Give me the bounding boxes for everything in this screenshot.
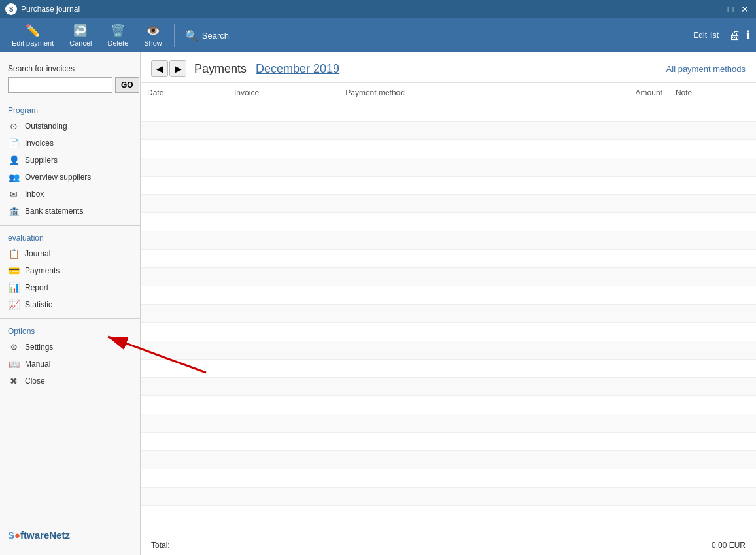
sidebar-item-invoices[interactable]: 📄 Invoices	[0, 135, 140, 152]
payments-header: ◀ ▶ Payments December 2019 All payment m…	[141, 52, 756, 83]
col-date: Date	[141, 83, 228, 103]
sidebar-item-overview-suppliers[interactable]: 👥 Overview suppliers	[0, 169, 140, 186]
outstanding-icon: ⊙	[8, 121, 20, 131]
col-payment-method: Payment method	[339, 83, 551, 103]
statistic-icon: 📈	[8, 299, 20, 310]
suppliers-label: Suppliers	[25, 156, 58, 165]
report-label: Report	[25, 283, 48, 292]
program-section-title: Program	[0, 103, 140, 118]
table-row	[141, 177, 756, 195]
edit-payment-icon: ✏️	[26, 24, 40, 38]
invoices-icon: 📄	[8, 138, 20, 148]
table-row	[141, 286, 756, 305]
sidebar-divider-1	[0, 225, 140, 226]
table-row	[141, 103, 756, 122]
search-input[interactable]	[8, 77, 112, 93]
overview-suppliers-icon: 👥	[8, 172, 20, 182]
brand: S●ftwareNetz	[0, 522, 140, 548]
delete-button[interactable]: 🗑️ Delete	[101, 21, 135, 50]
table-row	[141, 195, 756, 213]
go-button[interactable]: GO	[115, 77, 139, 93]
invoices-label: Invoices	[25, 139, 54, 148]
sidebar-divider-2	[0, 318, 140, 319]
main-layout: Search for invoices GO Program ⊙ Outstan…	[0, 52, 756, 555]
payments-month[interactable]: December 2019	[256, 62, 339, 76]
app-logo: S	[5, 3, 17, 15]
manual-icon: 📖	[8, 359, 20, 369]
outstanding-label: Outstanding	[25, 122, 67, 131]
table-row	[141, 341, 756, 360]
sidebar-item-report[interactable]: 📊 Report	[0, 279, 140, 296]
maximize-button[interactable]: □	[725, 3, 736, 15]
info-icon[interactable]: ℹ	[746, 28, 751, 42]
toolbar-separator	[174, 24, 175, 47]
table-row	[141, 378, 756, 396]
payments-table: Date Invoice Payment method Amount Note	[141, 83, 756, 535]
table-row	[141, 158, 756, 177]
delete-icon: 🗑️	[111, 24, 125, 38]
col-note: Note	[669, 83, 756, 103]
cancel-icon: ↩️	[73, 24, 88, 38]
payments-title: Payments	[194, 62, 247, 76]
table-row	[141, 268, 756, 286]
content-area: ◀ ▶ Payments December 2019 All payment m…	[141, 52, 756, 555]
table-row	[141, 140, 756, 158]
bank-statements-icon: 🏦	[8, 206, 20, 216]
prev-button[interactable]: ◀	[151, 60, 168, 77]
total-amount: 0,00 EUR	[712, 541, 746, 550]
table-row	[141, 323, 756, 341]
title-bar: S Purchase journal – □ ✕	[0, 0, 756, 18]
sidebar-item-statistic[interactable]: 📈 Statistic	[0, 296, 140, 313]
options-section-title: Options	[0, 324, 140, 339]
payments-label: Payments	[25, 266, 60, 275]
sidebar-item-inbox[interactable]: ✉ Inbox	[0, 186, 140, 203]
table-row	[141, 488, 756, 506]
table-row	[141, 250, 756, 268]
brand-text: ftwareNetz	[20, 530, 70, 541]
toolbar-right: Edit list 🖨 ℹ	[688, 28, 751, 42]
show-icon: 👁️	[146, 24, 160, 38]
table-row	[141, 360, 756, 378]
print-icon[interactable]: 🖨	[729, 29, 741, 42]
sidebar-item-bank-statements[interactable]: 🏦 Bank statements	[0, 203, 140, 220]
toolbar: ✏️ Edit payment ↩️ Cancel 🗑️ Delete 👁️ S…	[0, 18, 756, 52]
sidebar: Search for invoices GO Program ⊙ Outstan…	[0, 52, 141, 555]
search-icon: 🔍	[185, 29, 198, 42]
close-app-icon: ✖	[8, 376, 20, 386]
total-label: Total:	[151, 541, 170, 550]
table-row	[141, 469, 756, 488]
suppliers-icon: 👤	[8, 155, 20, 165]
journal-label: Journal	[25, 249, 50, 258]
sidebar-item-suppliers[interactable]: 👤 Suppliers	[0, 152, 140, 169]
statistic-label: Statistic	[25, 300, 52, 309]
report-icon: 📊	[8, 282, 20, 293]
sidebar-item-outstanding[interactable]: ⊙ Outstanding	[0, 118, 140, 135]
sidebar-item-close[interactable]: ✖ Close	[0, 373, 140, 390]
manual-label: Manual	[25, 360, 50, 369]
col-invoice: Invoice	[228, 83, 339, 103]
close-button[interactable]: ✕	[739, 3, 751, 15]
table-row	[141, 213, 756, 231]
show-button[interactable]: 👁️ Show	[137, 21, 169, 50]
search-row: GO	[8, 77, 132, 93]
sidebar-item-journal[interactable]: 📋 Journal	[0, 245, 140, 262]
search-section: Search for invoices GO	[0, 59, 140, 103]
cancel-button[interactable]: ↩️ Cancel	[63, 21, 98, 50]
brand-dot: ●	[14, 530, 20, 541]
nav-arrows: ◀ ▶	[151, 60, 186, 77]
search-label: Search for invoices	[8, 64, 132, 73]
sidebar-item-manual[interactable]: 📖 Manual	[0, 356, 140, 373]
next-button[interactable]: ▶	[169, 60, 186, 77]
table-row	[141, 414, 756, 433]
sidebar-item-payments[interactable]: 💳 Payments	[0, 262, 140, 279]
inbox-icon: ✉	[8, 189, 20, 199]
sidebar-item-settings[interactable]: ⚙ Settings	[0, 339, 140, 356]
toolbar-search: 🔍 Search	[185, 29, 229, 42]
table-row	[141, 433, 756, 451]
minimize-button[interactable]: –	[710, 3, 722, 15]
edit-payment-button[interactable]: ✏️ Edit payment	[5, 21, 60, 50]
bank-statements-label: Bank statements	[25, 207, 83, 216]
table-row	[141, 451, 756, 469]
all-payment-methods-link[interactable]: All payment methods	[666, 64, 746, 74]
edit-list-button[interactable]: Edit list	[688, 28, 724, 42]
